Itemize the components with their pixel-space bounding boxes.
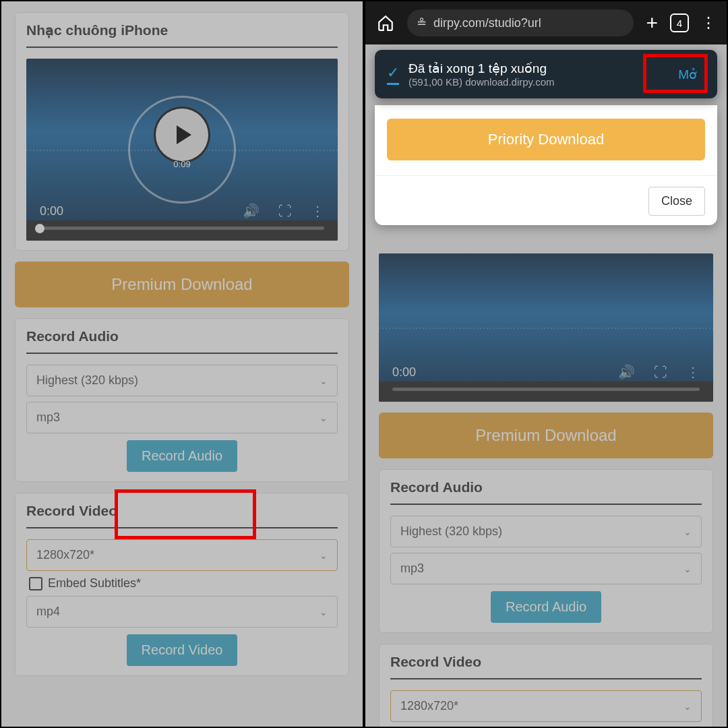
ring-duration: 0:09 bbox=[173, 159, 190, 169]
current-time: 0:00 bbox=[392, 365, 416, 380]
tab-count-badge[interactable]: 4 bbox=[670, 13, 689, 32]
premium-download-button[interactable]: Premium Download bbox=[379, 413, 713, 458]
toast-open-button[interactable]: Mở bbox=[670, 63, 705, 86]
video-player[interactable]: 0:00 🔊 ⛶ ⋮ bbox=[379, 253, 713, 402]
record-video-title: Record Video bbox=[390, 654, 702, 679]
home-icon[interactable] bbox=[376, 14, 395, 32]
record-video-card: Record Video 1280x720*⌄ Embed Subtitles*… bbox=[15, 493, 349, 676]
check-icon: ✓ bbox=[387, 64, 399, 85]
record-audio-card: Record Audio Highest (320 kbps)⌄ mp3⌄ Re… bbox=[15, 318, 349, 482]
chevron-down-icon: ⌄ bbox=[320, 550, 328, 561]
new-tab-icon[interactable]: + bbox=[646, 11, 658, 34]
premium-download-button[interactable]: Premium Download bbox=[15, 262, 349, 307]
seek-bar[interactable] bbox=[392, 388, 700, 391]
bitrate-select[interactable]: Highest (320 kbps)⌄ bbox=[390, 516, 702, 547]
chevron-down-icon: ⌄ bbox=[320, 413, 328, 423]
audio-format-select[interactable]: mp3⌄ bbox=[390, 553, 702, 584]
more-icon[interactable]: ⋮ bbox=[686, 364, 700, 380]
video-format-select[interactable]: mp4⌄ bbox=[26, 596, 338, 628]
title-card: Nhạc chuông iPhone 0:09 0:00 🔊 ⛶ ⋮ bbox=[15, 12, 349, 251]
volume-icon[interactable]: 🔊 bbox=[243, 203, 260, 219]
toast-title: Đã tải xong 1 tệp xuống bbox=[408, 61, 661, 76]
play-button[interactable] bbox=[156, 109, 208, 161]
address-bar[interactable]: ≗dirpy.com/studio?url bbox=[407, 9, 634, 36]
video-player[interactable]: 0:09 0:00 🔊 ⛶ ⋮ bbox=[26, 59, 338, 241]
bitrate-select[interactable]: Highest (320 kbps)⌄ bbox=[26, 365, 338, 396]
site-settings-icon[interactable]: ≗ bbox=[417, 16, 427, 30]
record-video-card: Record Video 1280x720*⌄ Embed Subtitles*… bbox=[379, 644, 713, 728]
seek-bar[interactable] bbox=[40, 226, 324, 230]
chevron-down-icon: ⌄ bbox=[684, 526, 692, 537]
pane-right: ≗dirpy.com/studio?url + 4 ⋮ ✓ Đã tải xon… bbox=[364, 0, 728, 728]
current-time: 0:00 bbox=[40, 204, 63, 218]
chevron-down-icon: ⌄ bbox=[684, 564, 692, 574]
chevron-down-icon: ⌄ bbox=[320, 375, 328, 386]
record-video-button[interactable]: Record Video bbox=[127, 634, 238, 666]
browser-top-bar: ≗dirpy.com/studio?url + 4 ⋮ bbox=[365, 1, 727, 44]
resolution-select[interactable]: 1280x720*⌄ bbox=[390, 690, 702, 722]
record-audio-button[interactable]: Record Audio bbox=[491, 591, 601, 623]
page-title: Nhạc chuông iPhone bbox=[26, 22, 338, 48]
priority-download-button[interactable]: Priority Download bbox=[387, 119, 705, 160]
record-audio-title: Record Audio bbox=[26, 328, 338, 354]
embed-subtitles-row[interactable]: Embed Subtitles* bbox=[29, 576, 338, 590]
resolution-select[interactable]: 1280x720*⌄ bbox=[26, 539, 338, 571]
volume-icon[interactable]: 🔊 bbox=[618, 364, 635, 380]
download-sheet: Priority Download Close bbox=[375, 105, 717, 225]
fullscreen-icon[interactable]: ⛶ bbox=[654, 365, 667, 380]
chevron-down-icon: ⌄ bbox=[684, 701, 692, 712]
pane-left: Nhạc chuông iPhone 0:09 0:00 🔊 ⛶ ⋮ Premi… bbox=[0, 0, 364, 728]
record-video-title: Record Video bbox=[26, 503, 338, 528]
toast-subtitle: (591,00 KB) download.dirpy.com bbox=[408, 76, 661, 88]
record-audio-button[interactable]: Record Audio bbox=[127, 440, 237, 472]
download-toast: ✓ Đã tải xong 1 tệp xuống (591,00 KB) do… bbox=[375, 50, 717, 98]
menu-icon[interactable]: ⋮ bbox=[701, 14, 716, 32]
audio-format-select[interactable]: mp3⌄ bbox=[26, 402, 338, 433]
record-audio-card: Record Audio Highest (320 kbps)⌄ mp3⌄ Re… bbox=[379, 469, 713, 633]
more-icon[interactable]: ⋮ bbox=[311, 203, 324, 219]
record-audio-title: Record Audio bbox=[390, 479, 702, 505]
chevron-down-icon: ⌄ bbox=[320, 607, 328, 617]
close-button[interactable]: Close bbox=[648, 187, 705, 216]
checkbox-icon[interactable] bbox=[29, 577, 42, 590]
fullscreen-icon[interactable]: ⛶ bbox=[278, 204, 292, 219]
